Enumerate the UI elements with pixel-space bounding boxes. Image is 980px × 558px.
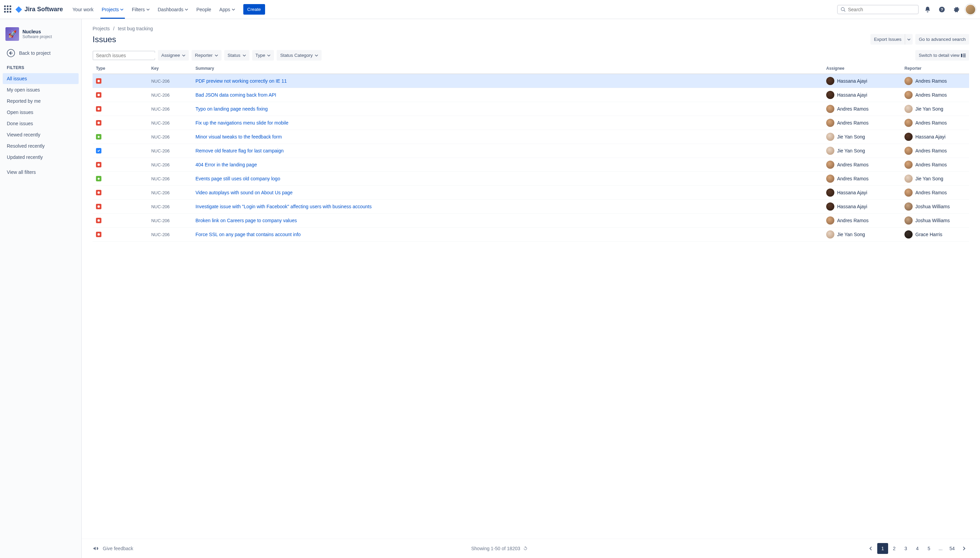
export-issues-button[interactable]: Export Issues <box>870 34 905 44</box>
col-key[interactable]: Key <box>148 63 192 74</box>
nav-filters[interactable]: Filters <box>128 0 153 19</box>
global-search-input[interactable] <box>848 7 915 12</box>
reporter: Andres Ramos <box>904 161 966 169</box>
assignee: Jie Yan Song <box>826 230 898 238</box>
nav-dashboards[interactable]: Dashboards <box>154 0 193 19</box>
page-next[interactable] <box>958 543 969 554</box>
issue-summary-link[interactable]: Video autoplays with sound on About Us p… <box>195 190 292 195</box>
view-all-filters[interactable]: View all filters <box>3 167 79 177</box>
reporter-avatar <box>904 119 913 127</box>
back-to-project[interactable]: Back to project <box>3 46 79 60</box>
col-reporter[interactable]: Reporter <box>901 63 969 74</box>
chevron-down-icon <box>315 54 318 57</box>
page-prev[interactable] <box>866 543 877 554</box>
issue-summary-link[interactable]: PDF preview not working correctly on IE … <box>195 78 287 84</box>
svg-rect-8 <box>963 54 966 54</box>
reporter-avatar <box>904 133 913 141</box>
issue-row[interactable]: NUC-206Events page still uses old compan… <box>92 172 969 186</box>
project-header[interactable]: 🚀 Nucleus Software project <box>3 26 79 46</box>
breadcrumb-project[interactable]: test bug tracking <box>118 26 153 31</box>
filter-status-category[interactable]: Status Category <box>277 50 322 61</box>
issue-summary-link[interactable]: Bad JSON data coming back from API <box>195 92 276 98</box>
nav-items: Your workProjectsFiltersDashboardsPeople… <box>68 0 239 19</box>
reporter: Andres Ramos <box>904 91 966 99</box>
assignee: Hassana Ajayi <box>826 202 898 211</box>
help-icon[interactable]: ? <box>936 4 947 15</box>
filter-reporter[interactable]: Reporter <box>192 50 222 61</box>
issue-summary-link[interactable]: Force SSL on any page that contains acco… <box>195 232 300 237</box>
filter-all-issues[interactable]: All issues <box>3 73 79 84</box>
story-icon <box>96 134 102 140</box>
give-feedback[interactable]: Give feedback <box>92 545 133 552</box>
nav-projects[interactable]: Projects <box>98 0 128 19</box>
page-5[interactable]: 5 <box>924 543 934 554</box>
assignee: Jie Yan Song <box>826 133 898 141</box>
issue-summary-link[interactable]: Remove old feature flag for last campaig… <box>195 148 284 153</box>
reporter-avatar <box>904 217 913 225</box>
filter-type[interactable]: Type <box>252 50 274 61</box>
advanced-search-button[interactable]: Go to advanced search <box>915 34 969 44</box>
export-issues-dropdown[interactable] <box>905 34 913 44</box>
assignee-avatar <box>826 230 834 238</box>
assignee: Andres Ramos <box>826 161 898 169</box>
filter-done-issues[interactable]: Done issues <box>3 118 79 129</box>
col-summary[interactable]: Summary <box>192 63 823 74</box>
page-3[interactable]: 3 <box>900 543 911 554</box>
issue-row[interactable]: NUC-206PDF preview not working correctly… <box>92 74 969 88</box>
col-assignee[interactable]: Assignee <box>823 63 901 74</box>
issue-row[interactable]: NUC-206Force SSL on any page that contai… <box>92 228 969 241</box>
filter-viewed-recently[interactable]: Viewed recently <box>3 129 79 140</box>
chevron-left-icon <box>869 547 873 550</box>
jira-logo-icon <box>15 6 23 13</box>
page-54[interactable]: 54 <box>947 543 957 554</box>
settings-icon[interactable] <box>951 4 962 15</box>
bug-icon <box>96 232 102 237</box>
issue-row[interactable]: NUC-206404 Error in the landing pageAndr… <box>92 158 969 172</box>
issue-summary-link[interactable]: 404 Error in the landing page <box>195 162 257 167</box>
filter-updated-recently[interactable]: Updated recently <box>3 152 79 162</box>
col-type[interactable]: Type <box>92 63 148 74</box>
switch-view-button[interactable]: Switch to detail view <box>915 50 969 61</box>
issue-row[interactable]: NUC-206Investigate issue with "Login wit… <box>92 200 969 214</box>
nav-people[interactable]: People <box>192 0 215 19</box>
filter-resolved-recently[interactable]: Resolved recently <box>3 141 79 151</box>
page-1[interactable]: 1 <box>877 543 888 554</box>
page-4[interactable]: 4 <box>912 543 923 554</box>
jira-logo[interactable]: Jira Software <box>15 6 63 13</box>
page-2[interactable]: 2 <box>889 543 900 554</box>
breadcrumb-projects[interactable]: Projects <box>92 26 110 31</box>
issue-summary-link[interactable]: Minor visual tweaks to the feedback form <box>195 134 282 140</box>
issue-row[interactable]: NUC-206Video autoplays with sound on Abo… <box>92 186 969 200</box>
issue-summary-link[interactable]: Fix up the navigations menu slide for mo… <box>195 120 288 126</box>
filter-open-issues[interactable]: Open issues <box>3 107 79 118</box>
filter-my-open-issues[interactable]: My open issues <box>3 84 79 95</box>
issue-summary-link[interactable]: Events page still uses old company logo <box>195 176 280 181</box>
issue-summary-link[interactable]: Broken link on Careers page to company v… <box>195 218 297 223</box>
issue-row[interactable]: NUC-206Fix up the navigations menu slide… <box>92 116 969 130</box>
issue-search[interactable] <box>92 51 155 60</box>
filter-status[interactable]: Status <box>224 50 250 61</box>
notifications-icon[interactable] <box>922 4 933 15</box>
refresh-icon[interactable] <box>523 546 528 551</box>
issue-summary-link[interactable]: Investigate issue with "Login with Faceb… <box>195 204 372 209</box>
issue-row[interactable]: NUC-206Broken link on Careers page to co… <box>92 214 969 228</box>
filters-heading: Filters <box>3 60 79 73</box>
nav-your-work[interactable]: Your work <box>68 0 98 19</box>
issue-search-input[interactable] <box>96 53 156 58</box>
project-icon: 🚀 <box>5 27 19 41</box>
issue-summary-link[interactable]: Typo on landing page needs fixing <box>195 106 268 112</box>
issue-row[interactable]: NUC-206Minor visual tweaks to the feedba… <box>92 130 969 144</box>
global-search[interactable] <box>837 5 919 14</box>
reporter-avatar <box>904 202 913 211</box>
create-button[interactable]: Create <box>243 4 265 15</box>
user-avatar[interactable] <box>965 4 976 15</box>
filter-reported-by-me[interactable]: Reported by me <box>3 95 79 107</box>
filter-assignee[interactable]: Assignee <box>158 50 189 61</box>
issue-row[interactable]: NUC-206Typo on landing page needs fixing… <box>92 102 969 116</box>
nav-apps[interactable]: Apps <box>215 0 239 19</box>
issue-row[interactable]: NUC-206Remove old feature flag for last … <box>92 144 969 158</box>
chevron-down-icon <box>243 54 246 57</box>
app-switcher-icon[interactable] <box>4 5 12 14</box>
issue-row[interactable]: NUC-206Bad JSON data coming back from AP… <box>92 88 969 102</box>
assignee: Andres Ramos <box>826 217 898 225</box>
